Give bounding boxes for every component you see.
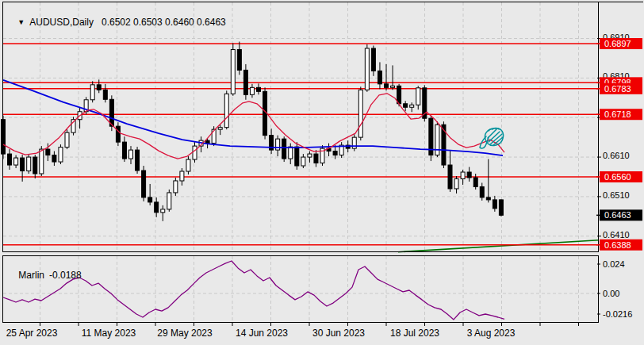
candle-body bbox=[52, 155, 56, 162]
candle-body bbox=[448, 165, 452, 189]
candle-body bbox=[454, 178, 458, 188]
indicator-name: Marlin bbox=[18, 270, 44, 281]
candle-body bbox=[33, 157, 37, 174]
candle-body bbox=[46, 149, 50, 155]
candle-body bbox=[473, 178, 477, 186]
candle-body bbox=[371, 48, 375, 71]
candle-body bbox=[218, 128, 222, 129]
indicator-value: -0.0188 bbox=[49, 270, 82, 281]
ohlc-readout: 0.6502 0.6503 0.6460 0.6463 bbox=[102, 17, 226, 28]
indicator-zero-label: 0.00 bbox=[603, 289, 619, 298]
time-axis-label: 14 Jun 2023 bbox=[236, 328, 288, 339]
time-axis-label: 29 May 2023 bbox=[157, 328, 213, 339]
candle-body bbox=[180, 171, 184, 181]
candle-body bbox=[378, 71, 381, 83]
candle-body bbox=[142, 171, 146, 197]
candle-body bbox=[308, 154, 312, 157]
time-axis-label: 11 May 2023 bbox=[82, 328, 136, 339]
candle-body bbox=[148, 197, 152, 202]
price-axis-label: 0.6610 bbox=[603, 151, 630, 160]
price-line-badge-text: 0.6783 bbox=[604, 84, 631, 94]
candle-body bbox=[243, 70, 247, 94]
candle-body bbox=[59, 148, 63, 162]
candle-body bbox=[136, 150, 140, 171]
candle-body bbox=[365, 48, 369, 90]
price-axis-label: 0.6510 bbox=[603, 190, 630, 200]
candle-body bbox=[116, 126, 120, 142]
candle-body bbox=[14, 158, 18, 165]
candle-body bbox=[40, 149, 44, 174]
price-axis-label: 0.6410 bbox=[603, 230, 630, 240]
candle-body bbox=[416, 88, 420, 105]
time-axis-label: 18 Jul 2023 bbox=[390, 328, 439, 339]
price-line-badge-text: 0.6560 bbox=[604, 172, 631, 182]
price-chart-canvas: 0.69100.68100.67100.66100.65100.64100.68… bbox=[0, 0, 644, 345]
candle-body bbox=[391, 86, 395, 87]
candle-body bbox=[8, 154, 12, 165]
candle-body bbox=[161, 209, 165, 213]
candle-body bbox=[155, 202, 159, 213]
indicator-panel-border bbox=[3, 256, 599, 323]
candle-body bbox=[314, 154, 318, 163]
candle-body bbox=[224, 94, 228, 127]
indicator-max-label: 0.024 bbox=[603, 259, 625, 269]
candle-body bbox=[301, 157, 305, 166]
chart-title: ▼AUDUSD,Daily0.6502 0.6503 0.6460 0.6463 bbox=[7, 6, 226, 39]
chart-window: 0.69100.68100.67100.66100.65100.64100.68… bbox=[0, 0, 644, 345]
time-axis-label: 25 Apr 2023 bbox=[6, 328, 58, 339]
trend-line[interactable] bbox=[398, 240, 599, 252]
symbol-timeframe-label: AUDUSD,Daily bbox=[29, 17, 94, 28]
candle-body bbox=[358, 90, 362, 137]
price-line-badge-text: 0.6718 bbox=[604, 109, 631, 119]
candle-body bbox=[97, 85, 101, 90]
candle-body bbox=[250, 87, 254, 94]
candle-body bbox=[205, 140, 209, 143]
candle-body bbox=[435, 125, 439, 155]
candle-body bbox=[174, 181, 178, 193]
time-axis-label: 30 Jun 2023 bbox=[312, 328, 365, 339]
time-axis-label: 3 Aug 2023 bbox=[467, 328, 516, 339]
candle-body bbox=[461, 172, 465, 178]
main-plot-border bbox=[3, 2, 599, 252]
candle-body bbox=[480, 186, 484, 197]
candle-body bbox=[257, 87, 261, 91]
candle-body bbox=[499, 200, 503, 215]
candle-body bbox=[21, 158, 25, 171]
indicator-min-label: -0.0216 bbox=[603, 309, 632, 319]
candle-body bbox=[404, 104, 408, 107]
thumbs-down-annotation[interactable] bbox=[480, 128, 504, 149]
candle-body bbox=[486, 197, 490, 200]
candle-body bbox=[295, 147, 299, 166]
candle-body bbox=[167, 193, 171, 209]
candle-body bbox=[282, 139, 286, 159]
indicator-label: Marlin-0.0188 bbox=[8, 259, 82, 292]
candle-body bbox=[410, 105, 414, 107]
candle-body bbox=[193, 146, 197, 159]
candle-body bbox=[129, 150, 133, 159]
candle-body bbox=[289, 147, 293, 159]
price-line-badge-text: 0.6388 bbox=[604, 240, 631, 250]
candle-body bbox=[109, 99, 113, 126]
price-line-badge-text: 0.6897 bbox=[604, 39, 631, 48]
candle-body bbox=[65, 132, 69, 147]
current-price-badge-text: 0.6463 bbox=[604, 210, 631, 220]
candle-body bbox=[90, 85, 94, 100]
candle-body bbox=[122, 142, 126, 159]
candle-body bbox=[333, 151, 337, 155]
candle-body bbox=[103, 90, 107, 99]
candle-body bbox=[493, 200, 496, 209]
candle-body bbox=[237, 49, 241, 70]
candle-body bbox=[27, 157, 31, 171]
symbol-dropdown-icon[interactable]: ▼ bbox=[17, 18, 25, 26]
candle-body bbox=[352, 137, 356, 148]
candle-body bbox=[467, 172, 471, 178]
candle-body bbox=[231, 49, 235, 94]
candle-body bbox=[276, 139, 280, 150]
candle-body bbox=[385, 84, 389, 87]
candle-body bbox=[186, 159, 190, 171]
